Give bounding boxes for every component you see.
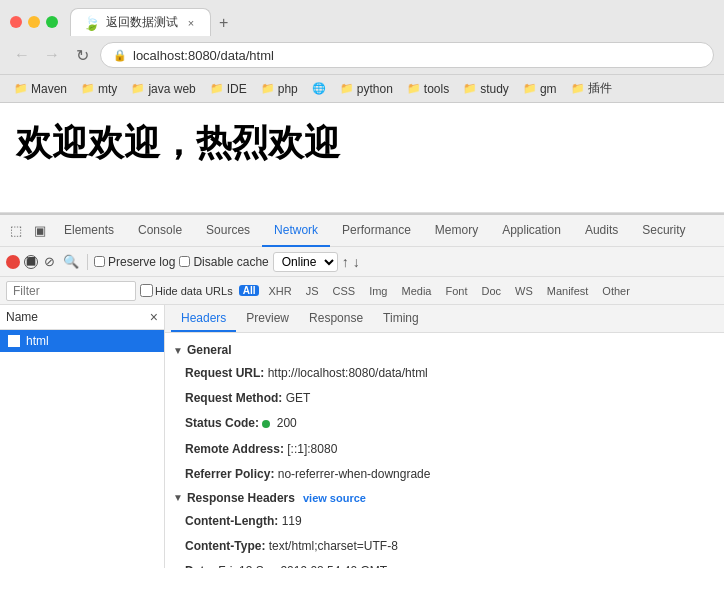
request-url-value: http://localhost:8080/data/html bbox=[268, 366, 428, 380]
bookmark-javaweb[interactable]: 📁 java web bbox=[125, 80, 201, 98]
response-headers-section-header[interactable]: ▼ Response Headers view source bbox=[165, 487, 724, 509]
forward-button[interactable]: → bbox=[40, 43, 64, 67]
new-tab-button[interactable]: + bbox=[211, 10, 236, 36]
preserve-log-checkbox[interactable] bbox=[94, 256, 105, 267]
folder-icon: 📁 bbox=[463, 82, 477, 95]
bookmark-label: gm bbox=[540, 82, 557, 96]
device-icon-button[interactable]: ▣ bbox=[28, 219, 52, 242]
file-item-html[interactable]: html bbox=[0, 330, 164, 352]
url-text: localhost:8080/data/html bbox=[133, 48, 701, 63]
filter-input[interactable] bbox=[6, 281, 136, 301]
filter-ws[interactable]: WS bbox=[510, 284, 538, 298]
cursor-icon-button[interactable]: ⬚ bbox=[4, 219, 28, 242]
bookmark-label: Maven bbox=[31, 82, 67, 96]
filter-css[interactable]: CSS bbox=[328, 284, 361, 298]
response-headers-section-label: Response Headers bbox=[187, 491, 295, 505]
bookmark-python[interactable]: 📁 python bbox=[334, 80, 399, 98]
bookmark-label: tools bbox=[424, 82, 449, 96]
content-length-row: Content-Length: 119 bbox=[165, 509, 724, 534]
upload-button[interactable]: ↑ bbox=[342, 254, 349, 270]
detail-tab-headers[interactable]: Headers bbox=[171, 305, 236, 332]
request-method-row: Request Method: GET bbox=[165, 386, 724, 411]
bookmark-study[interactable]: 📁 study bbox=[457, 80, 515, 98]
tab-sources[interactable]: Sources bbox=[194, 215, 262, 247]
name-column-header: Name bbox=[6, 310, 38, 324]
url-bar[interactable]: 🔒 localhost:8080/data/html bbox=[100, 42, 714, 68]
disable-cache-label[interactable]: Disable cache bbox=[179, 255, 268, 269]
browser-chrome: 🍃 返回数据测试 × + ← → ↻ 🔒 localhost:8080/data… bbox=[0, 0, 724, 103]
bookmark-label: 插件 bbox=[588, 80, 612, 97]
content-length-label: Content-Length: bbox=[185, 514, 278, 528]
filter-media[interactable]: Media bbox=[396, 284, 436, 298]
filter-other[interactable]: Other bbox=[597, 284, 635, 298]
filter-font[interactable]: Font bbox=[440, 284, 472, 298]
hide-data-urls-label[interactable]: Hide data URLs bbox=[140, 284, 233, 297]
folder-icon: 📁 bbox=[261, 82, 275, 95]
tab-performance[interactable]: Performance bbox=[330, 215, 423, 247]
filter-doc[interactable]: Doc bbox=[476, 284, 506, 298]
filter-bar: Hide data URLs All XHR JS CSS Img Media … bbox=[0, 277, 724, 305]
throttle-select[interactable]: Online bbox=[273, 252, 338, 272]
referrer-policy-label: Referrer Policy: bbox=[185, 467, 274, 481]
tab-network[interactable]: Network bbox=[262, 215, 330, 247]
refresh-button[interactable]: ↻ bbox=[70, 43, 94, 67]
maximize-button[interactable] bbox=[46, 16, 58, 28]
record-button[interactable] bbox=[6, 255, 20, 269]
detail-tab-response[interactable]: Response bbox=[299, 305, 373, 332]
bookmark-globe[interactable]: 🌐 bbox=[306, 80, 332, 97]
folder-icon: 📁 bbox=[407, 82, 421, 95]
disable-cache-checkbox[interactable] bbox=[179, 256, 190, 267]
filter-xhr[interactable]: XHR bbox=[263, 284, 296, 298]
bookmark-php[interactable]: 📁 php bbox=[255, 80, 304, 98]
detail-tab-preview[interactable]: Preview bbox=[236, 305, 299, 332]
referrer-policy-value: no-referrer-when-downgrade bbox=[278, 467, 431, 481]
tab-close-button[interactable]: × bbox=[184, 16, 198, 30]
back-button[interactable]: ← bbox=[10, 43, 34, 67]
bookmark-gm[interactable]: 📁 gm bbox=[517, 80, 563, 98]
file-name: html bbox=[26, 334, 49, 348]
minimize-button[interactable] bbox=[28, 16, 40, 28]
request-url-label: Request URL: bbox=[185, 366, 264, 380]
filter-manifest[interactable]: Manifest bbox=[542, 284, 594, 298]
bookmark-mty[interactable]: 📁 mty bbox=[75, 80, 123, 98]
bookmark-label: IDE bbox=[227, 82, 247, 96]
content-length-value: 119 bbox=[282, 514, 302, 528]
active-tab[interactable]: 🍃 返回数据测试 × bbox=[70, 8, 211, 36]
tab-audits[interactable]: Audits bbox=[573, 215, 630, 247]
devtools-tab-bar: ⬚ ▣ Elements Console Sources Network Per… bbox=[0, 215, 724, 247]
close-detail-button[interactable]: × bbox=[150, 309, 158, 325]
address-bar: ← → ↻ 🔒 localhost:8080/data/html bbox=[0, 36, 724, 74]
detail-tab-timing[interactable]: Timing bbox=[373, 305, 429, 332]
devtools-panel: ⬚ ▣ Elements Console Sources Network Per… bbox=[0, 213, 724, 568]
tab-security[interactable]: Security bbox=[630, 215, 697, 247]
status-code-label: Status Code: bbox=[185, 416, 259, 430]
download-button[interactable]: ↓ bbox=[353, 254, 360, 270]
bookmark-ide[interactable]: 📁 IDE bbox=[204, 80, 253, 98]
tab-console[interactable]: Console bbox=[126, 215, 194, 247]
tab-title: 返回数据测试 bbox=[106, 14, 178, 31]
stop-button[interactable]: ⬛ bbox=[24, 255, 38, 269]
bookmark-tools[interactable]: 📁 tools bbox=[401, 80, 455, 98]
bookmark-plugins[interactable]: 📁 插件 bbox=[565, 78, 618, 99]
folder-icon: 📁 bbox=[571, 82, 585, 95]
detail-content: ▼ General Request URL: http://localhost:… bbox=[165, 333, 724, 568]
filter-icon-button[interactable]: ⊘ bbox=[42, 254, 57, 269]
content-type-value: text/html;charset=UTF-8 bbox=[269, 539, 398, 553]
search-icon-button[interactable]: 🔍 bbox=[61, 254, 81, 269]
bookmark-maven[interactable]: 📁 Maven bbox=[8, 80, 73, 98]
hide-data-urls-checkbox[interactable] bbox=[140, 284, 153, 297]
tab-elements[interactable]: Elements bbox=[52, 215, 126, 247]
bookmark-label: java web bbox=[148, 82, 195, 96]
general-section-header[interactable]: ▼ General bbox=[165, 339, 724, 361]
bookmark-label: mty bbox=[98, 82, 117, 96]
preserve-log-label[interactable]: Preserve log bbox=[94, 255, 175, 269]
tab-application[interactable]: Application bbox=[490, 215, 573, 247]
close-button[interactable] bbox=[10, 16, 22, 28]
filter-img[interactable]: Img bbox=[364, 284, 392, 298]
filter-js[interactable]: JS bbox=[301, 284, 324, 298]
tab-memory[interactable]: Memory bbox=[423, 215, 490, 247]
general-section-label: General bbox=[187, 343, 232, 357]
content-type-row: Content-Type: text/html;charset=UTF-8 bbox=[165, 534, 724, 559]
view-source-link[interactable]: view source bbox=[303, 492, 366, 504]
content-type-label: Content-Type: bbox=[185, 539, 265, 553]
